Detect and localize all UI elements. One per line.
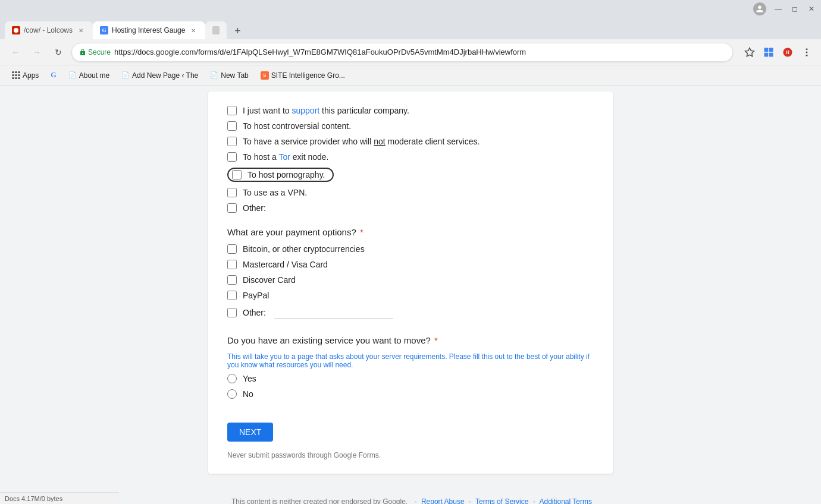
payment-mastercard: Mastercard / Visa Card <box>227 260 594 269</box>
forward-button[interactable]: → <box>29 44 45 61</box>
back-button[interactable]: ← <box>7 44 24 61</box>
checkbox-bitcoin[interactable] <box>227 244 237 254</box>
checkbox-pornography[interactable] <box>232 170 242 179</box>
tab-lolcow-label: /cow/ - Lolcows <box>24 26 73 34</box>
checkbox-support-label: I just want to support this particular c… <box>243 106 409 115</box>
svg-rect-3 <box>769 48 773 52</box>
user-avatar[interactable] <box>753 2 766 15</box>
payment-title-text: What are your payment options? <box>227 227 356 237</box>
checkbox-vpn-label: To use as a VPN. <box>243 188 307 197</box>
link-support[interactable]: support <box>292 106 319 115</box>
tab-hosting-label: Hosting Interest Gauge <box>112 26 185 34</box>
svg-point-7 <box>806 51 808 53</box>
status-bar: Docs 4.17M/0 bytes <box>0 492 119 504</box>
tab-lolcow-favicon <box>12 26 20 34</box>
bookmark-add-new-page-label: Add New Page ‹ The <box>132 71 198 80</box>
checkbox-payment-other[interactable] <box>227 308 237 317</box>
never-submit-text: Never submit passwords through Google Fo… <box>227 451 594 459</box>
bookmark-site-intel[interactable]: S SITE Intelligence Gro... <box>256 69 350 82</box>
bookmark-new-tab[interactable]: 📄 New Tab <box>205 69 253 82</box>
address-field[interactable]: Secure https://docs.google.com/forms/d/e… <box>71 43 733 62</box>
checkbox-paypal[interactable] <box>227 291 237 300</box>
radio-yes[interactable] <box>227 374 237 383</box>
svg-rect-2 <box>764 48 769 52</box>
payment-required-star: * <box>358 227 364 237</box>
bookmark-star-icon[interactable] <box>742 45 757 59</box>
checkbox-mastercard[interactable] <box>227 260 237 269</box>
bookmark-google[interactable]: G <box>46 68 61 82</box>
existing-service-star: * <box>432 335 438 345</box>
secure-label: Secure <box>88 48 111 56</box>
checkbox-item-pornography: To host pornography. <box>227 168 594 182</box>
footer-sep3: - <box>533 497 535 504</box>
footer-content-notice: This content is neither created nor endo… <box>231 497 408 504</box>
doc-icon: 📄 <box>68 71 77 79</box>
tab-hosting-favicon: G <box>100 26 108 34</box>
checkbox-item-vpn: To use as a VPN. <box>227 188 594 197</box>
footer-sep1: - <box>415 497 417 504</box>
footer-additional-terms[interactable]: Additional Terms <box>539 497 592 504</box>
svg-point-0 <box>14 28 18 33</box>
link-tor[interactable]: Tor <box>278 152 290 162</box>
chrome-extension-icon[interactable] <box>762 45 776 59</box>
bookmark-site-intel-label: SITE Intelligence Gro... <box>271 71 345 80</box>
checkbox-controversial[interactable] <box>227 121 237 131</box>
checkbox-item-controversial: To host controversial content. <box>227 121 594 131</box>
svg-rect-4 <box>764 52 769 56</box>
payment-section-title: What are your payment options? * <box>227 227 594 237</box>
payment-other: Other: <box>227 306 594 319</box>
tab-hosting-close[interactable]: ✕ <box>189 26 198 35</box>
menu-icon[interactable] <box>800 45 814 59</box>
google-icon: G <box>51 71 56 80</box>
checkbox-pornography-label: To host pornography. <box>247 170 325 179</box>
footer-sep2: - <box>469 497 471 504</box>
checkbox-mastercard-label: Mastercard / Visa Card <box>243 260 328 269</box>
bookmark-about-me-label: About me <box>79 71 109 80</box>
checkbox-paypal-label: PayPal <box>243 291 269 300</box>
page-scroll-area[interactable]: I just want to support this particular c… <box>0 86 821 504</box>
site-intel-favicon: S <box>261 71 269 80</box>
checkbox-item-not-moderate: To have a service provider who will not … <box>227 137 594 146</box>
existing-service-title: Do you have an existing service you want… <box>227 335 594 345</box>
checkbox-support[interactable] <box>227 106 237 115</box>
page-area: I just want to support this particular c… <box>0 86 821 504</box>
minimize-button[interactable]: — <box>773 4 783 14</box>
payment-paypal: PayPal <box>227 291 594 300</box>
address-bar: ← → ↻ Secure https://docs.google.com/for… <box>0 39 821 65</box>
checkbox-other1[interactable] <box>227 203 237 213</box>
bookmark-about-me[interactable]: 📄 About me <box>64 69 114 82</box>
existing-service-helper-text: This will take you to a page that asks a… <box>227 352 590 369</box>
checkbox-other1-label: Other: <box>243 203 266 213</box>
checkbox-vpn[interactable] <box>227 188 237 197</box>
footer-terms[interactable]: Terms of Service <box>475 497 528 504</box>
bookmarks-bar: Apps G 📄 About me 📄 Add New Page ‹ The 📄… <box>0 65 821 86</box>
footer-report-abuse[interactable]: Report Abuse <box>421 497 465 504</box>
payment-bitcoin: Bitcoin, or other cryptocurrencies <box>227 244 594 254</box>
payment-other-input[interactable] <box>274 306 393 319</box>
checkbox-tor[interactable] <box>227 152 237 162</box>
tab-hosting[interactable]: G Hosting Interest Gauge ✕ <box>93 21 205 39</box>
form-actions: NEXT Never submit passwords through Goog… <box>227 413 594 459</box>
tab-lolcow[interactable]: /cow/ - Lolcows ✕ <box>5 21 93 39</box>
checkbox-item-other1: Other: <box>227 203 594 213</box>
checkbox-discover[interactable] <box>227 275 237 285</box>
new-tab-button[interactable]: + <box>229 23 246 39</box>
checkbox-not-moderate-label: To have a service provider who will not … <box>243 137 480 146</box>
checkbox-item-tor: To host a Tor exit node. <box>227 152 594 162</box>
close-button[interactable]: ✕ <box>807 4 816 14</box>
tab-lolcow-close[interactable]: ✕ <box>76 26 86 35</box>
bookmark-apps[interactable]: Apps <box>7 69 43 82</box>
checkbox-item-support: I just want to support this particular c… <box>227 106 594 115</box>
tab-blank[interactable] <box>205 21 227 39</box>
radio-no[interactable] <box>227 389 237 399</box>
next-button[interactable]: NEXT <box>227 423 273 442</box>
checkbox-not-moderate[interactable] <box>227 137 237 146</box>
tabs-bar: /cow/ - Lolcows ✕ G Hosting Interest Gau… <box>0 18 821 39</box>
restore-button[interactable]: ◻ <box>790 4 800 14</box>
more-options-icon[interactable] <box>781 45 795 59</box>
reload-button[interactable]: ↻ <box>50 44 67 61</box>
bookmark-add-new-page[interactable]: 📄 Add New Page ‹ The <box>117 69 203 82</box>
svg-point-6 <box>806 48 808 50</box>
bookmark-apps-label: Apps <box>23 71 39 80</box>
apps-grid-icon <box>12 71 20 80</box>
